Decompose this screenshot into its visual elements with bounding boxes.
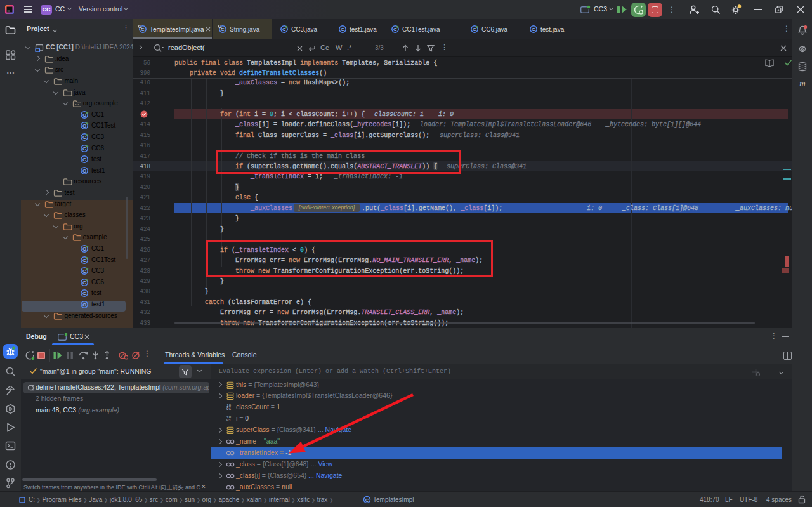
svg-text:C: C: [82, 157, 86, 162]
svg-text:C: C: [82, 302, 86, 308]
svg-text:C: C: [365, 497, 369, 503]
svg-text:C: C: [393, 27, 397, 32]
svg-text:C: C: [82, 258, 86, 263]
svg-text:C: C: [82, 146, 86, 152]
svg-text:C: C: [82, 246, 86, 252]
svg-text:C: C: [532, 27, 535, 32]
svg-text:C: C: [82, 291, 86, 296]
svg-text:C: C: [82, 268, 86, 274]
svg-text:C: C: [82, 112, 86, 118]
svg-text:C: C: [282, 27, 286, 32]
svg-text:C: C: [82, 123, 86, 129]
svg-text:C: C: [82, 135, 86, 140]
svg-text:C: C: [341, 27, 344, 32]
svg-text:C: C: [82, 168, 86, 174]
svg-text:C: C: [473, 27, 476, 32]
svg-text:C: C: [82, 280, 86, 286]
